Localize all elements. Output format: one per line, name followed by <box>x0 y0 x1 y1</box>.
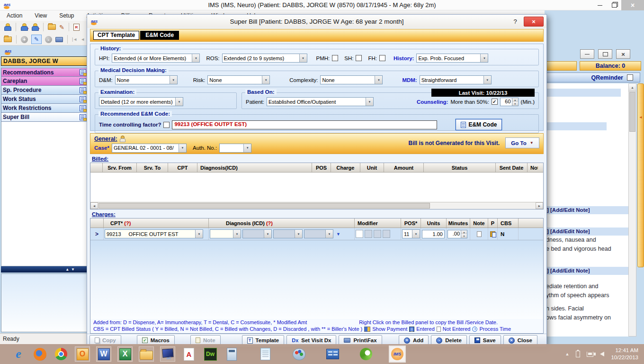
recommended-code-field[interactable]: 99213 (OFFICE OUTPT EST) <box>172 120 437 129</box>
note-icon[interactable] <box>80 114 86 120</box>
modifier-box-3[interactable] <box>374 230 381 238</box>
charges-header-modifier[interactable]: Modifier <box>355 218 401 228</box>
scroll-up-icon[interactable]: ▲ <box>629 84 636 91</box>
menu-action[interactable]: Action <box>7 12 22 19</box>
diagnosis-select-3[interactable] <box>273 229 303 238</box>
billed-header-cpt[interactable]: CPT <box>168 163 197 172</box>
taskbar-internet-explorer-icon[interactable]: e <box>11 347 26 361</box>
dialog-titlebar[interactable]: IMS Super Bill [Patient: DABBS, JORGE W … <box>87 15 546 28</box>
billed-header-charge[interactable]: Charge <box>331 163 360 172</box>
taskbar-calculator-icon[interactable] <box>224 347 239 361</box>
open-chart-icon[interactable] <box>48 24 56 30</box>
note-link-text[interactable]: ] [Add/Edit Note] <box>545 268 590 273</box>
sidebar-item-work-status[interactable]: Work Status <box>1 95 88 104</box>
diagnosis-select-2[interactable] <box>242 229 272 238</box>
vertical-scrollbar[interactable]: ▲ <box>628 83 636 337</box>
billed-header-srv-from[interactable]: Srv. From <box>103 163 137 172</box>
row-selector[interactable]: > <box>90 228 104 240</box>
print-icon[interactable] <box>55 37 63 42</box>
taskbar-dreamweaver-icon[interactable]: Dw <box>203 347 217 361</box>
billed-header-diagnosis[interactable]: Diagnosis(ICD) <box>197 163 312 172</box>
patient-icon[interactable] <box>4 23 11 31</box>
spin-down-icon[interactable] <box>512 102 518 106</box>
ros-select[interactable]: Extended (2 to 9 systems) <box>222 54 307 63</box>
em-code-button[interactable]: E&M Code <box>456 119 502 130</box>
slideout-arrow-icon[interactable]: ◄ <box>639 115 643 119</box>
modifier-box-4[interactable] <box>383 230 390 238</box>
taskbar-paint-icon[interactable] <box>292 347 306 361</box>
show-payment-label[interactable]: Show Payment <box>372 326 407 332</box>
dropdown-arrow-icon[interactable] <box>179 144 186 152</box>
add-edit-note-link[interactable]: ] [Add/Edit Note] <box>545 228 628 236</box>
child-close-icon[interactable]: × <box>616 49 630 59</box>
diagnosis-help-icon[interactable]: (?) <box>266 220 273 226</box>
billed-header-sent-date[interactable]: Sent Date <box>496 163 528 172</box>
dialog-close-icon[interactable]: × <box>524 17 544 27</box>
diagnosis-select-4[interactable] <box>304 229 333 238</box>
remove-record-icon[interactable]: - <box>45 36 52 43</box>
billed-header-note[interactable]: Note <box>528 163 538 172</box>
minimize-icon[interactable] <box>593 1 607 9</box>
taskbar-firefox-icon[interactable] <box>33 347 47 361</box>
taskbar-ims-icon[interactable]: IMS <box>390 346 405 362</box>
note-icon[interactable] <box>80 96 86 102</box>
dropdown-arrow-icon[interactable] <box>233 230 241 238</box>
examination-select[interactable]: Detailed (12 or more elements) <box>99 97 183 106</box>
child-minimize-icon[interactable] <box>580 49 594 59</box>
show-payment-icon[interactable] <box>364 327 370 332</box>
spin-down-icon[interactable] <box>461 234 467 238</box>
add-edit-note-link[interactable]: ] [Add/Edit Note] <box>545 206 628 214</box>
sidebar-item-super-bill[interactable]: Super Bill <box>1 113 88 122</box>
time-factor-checkbox[interactable] <box>163 122 170 128</box>
nav-first-icon[interactable]: |◄ <box>72 37 77 42</box>
dropdown-arrow-icon[interactable] <box>175 98 183 106</box>
qreminder-checkbox[interactable] <box>627 74 633 81</box>
payment-posting-icon[interactable] <box>490 231 495 237</box>
note-link-text[interactable]: ] [Add/Edit Note] <box>545 207 590 213</box>
charges-header-cbs[interactable]: CBS <box>498 218 519 228</box>
taskbar-acrobat-icon[interactable]: A <box>182 347 196 361</box>
billed-header-status[interactable]: Status <box>424 163 496 172</box>
sidebar-collapse-bar[interactable]: ▲ ▼ <box>1 266 88 273</box>
taskbar-excel-icon[interactable]: X <box>118 347 132 361</box>
taskbar-notepad-icon[interactable] <box>258 347 272 361</box>
scrollbar-thumb[interactable] <box>629 92 635 132</box>
taskbar-dragon-icon[interactable] <box>359 347 373 361</box>
dropdown-arrow-icon[interactable] <box>412 230 420 238</box>
edit-note-icon[interactable]: ✎ <box>59 24 64 31</box>
add-edit-note-link[interactable]: ] [Add/Edit Note] <box>545 267 628 275</box>
dm-select[interactable]: None <box>115 75 178 84</box>
open-folder-icon[interactable] <box>4 36 12 42</box>
taskbar-control-panel-icon[interactable] <box>325 347 340 361</box>
volume-icon[interactable] <box>600 352 604 356</box>
edit-record-icon[interactable]: ✎ <box>31 35 42 44</box>
sidebar-item-sp-procedure[interactable]: Sp. Procedure <box>1 86 88 95</box>
close-icon[interactable]: × <box>621 0 644 10</box>
charges-header-note[interactable]: Note <box>470 218 488 228</box>
hscrollbar-thumb[interactable] <box>98 203 430 209</box>
dropdown-arrow-icon[interactable] <box>170 76 177 84</box>
help-icon[interactable]: ? <box>510 18 520 25</box>
scroll-right-icon[interactable]: ► <box>536 202 543 209</box>
tray-clock[interactable]: 12:41 AM 10/22/2013 <box>611 347 638 361</box>
note-icon[interactable] <box>80 78 86 84</box>
dropdown-arrow-icon[interactable] <box>366 98 373 106</box>
note-link-text[interactable]: ] [Add/Edit Note] <box>545 228 590 234</box>
charges-header-p[interactable]: P <box>488 218 498 228</box>
scroll-left-icon[interactable]: ◄ <box>90 202 98 209</box>
dropdown-arrow-icon[interactable] <box>192 54 199 62</box>
auth-no-select[interactable] <box>219 144 251 153</box>
sidebar-item-recommendations[interactable]: Recommendations <box>1 68 88 77</box>
taskbar-file-explorer-icon[interactable] <box>139 347 153 361</box>
charges-header-minutes[interactable]: Minutes <box>447 218 470 228</box>
patient-name-banner[interactable]: DABBS, JORGE W <box>1 56 88 66</box>
collapse-down-icon[interactable]: ▼ <box>71 267 75 272</box>
case-select[interactable]: GENERAL 02 - 0001 - 08/ <box>112 144 187 153</box>
patient-verify-icon[interactable]: ✓ <box>31 23 39 31</box>
counseling-minutes-stepper[interactable]: 60 <box>500 98 519 106</box>
slideout-handle[interactable]: ◄ <box>637 83 644 267</box>
billed-header-unit[interactable]: Unit <box>360 163 384 172</box>
billed-header-blank[interactable] <box>90 163 103 172</box>
dropdown-arrow-icon[interactable] <box>480 54 488 62</box>
rx-clipboard-icon[interactable]: R <box>73 24 80 31</box>
